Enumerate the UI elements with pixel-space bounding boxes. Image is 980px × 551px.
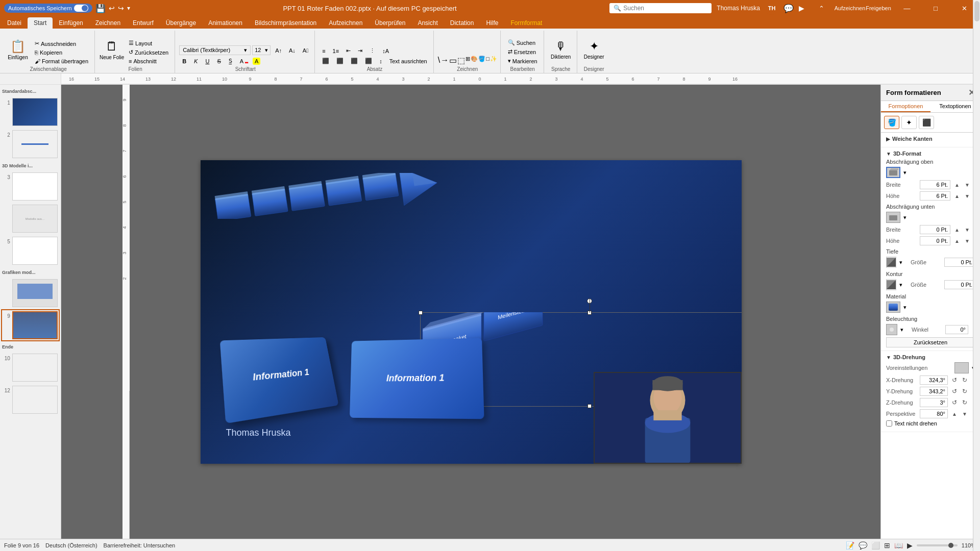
z-rotate-icon[interactable]: ↻ [961, 398, 968, 407]
layout-btn[interactable]: ☰ Layout [126, 39, 172, 47]
tiefe-größe-input[interactable] [944, 258, 975, 267]
perspektive-up[interactable]: ▲ [951, 411, 958, 417]
tab-bildschirm[interactable]: Bildschirmpräsentation [249, 17, 323, 29]
tab-hilfe[interactable]: Hilfe [480, 17, 504, 29]
view-present-icon[interactable]: ▶ [907, 541, 913, 549]
tab-datei[interactable]: Datei [1, 17, 28, 29]
align-center-btn[interactable]: ⬛ [333, 57, 347, 65]
linespacing-btn[interactable]: ↕ [376, 57, 385, 65]
shape-arrow[interactable]: → [440, 56, 449, 65]
höhe-input-1[interactable] [920, 191, 950, 201]
material-swatch[interactable] [886, 302, 900, 313]
slide-item-5[interactable]: 5 [2, 236, 59, 266]
formeffekte-btn[interactable]: ✨ [490, 56, 497, 65]
y-drehung-input[interactable] [920, 387, 948, 396]
x-rotate-icon[interactable]: ↻ [961, 376, 968, 384]
ribbon-collapse-btn[interactable]: ⌃ [810, 0, 833, 16]
font-color-btn[interactable]: A▂ [237, 57, 251, 65]
text-direction-btn[interactable]: ↕A [379, 46, 392, 55]
tab-ansicht[interactable]: Ansicht [411, 17, 444, 29]
list-btn[interactable]: ≡ [319, 46, 328, 55]
abschraegung-oben-dropdown[interactable]: ▾ [903, 169, 906, 176]
undo-icon[interactable]: ↩ [109, 4, 115, 12]
view-normal-icon[interactable]: ⬜ [871, 541, 880, 549]
x-drehung-input[interactable] [920, 375, 948, 385]
view-reading-icon[interactable]: 📖 [894, 541, 903, 549]
strikethrough-btn[interactable]: S [214, 57, 224, 65]
redo-icon[interactable]: ↪ [118, 4, 124, 12]
markieren-btn[interactable]: ▾ Markieren [505, 57, 541, 65]
ausschneiden-btn[interactable]: ✂ Ausschneiden [32, 39, 91, 48]
panel-icon-effects[interactable]: ✦ [901, 116, 917, 129]
shape-more[interactable]: ⬚ [457, 56, 465, 65]
shadow-btn[interactable]: S̲ [226, 57, 235, 65]
format-btn[interactable]: 🖌 Format übertragen [32, 57, 91, 65]
voreinstellungen-swatch[interactable] [954, 362, 969, 373]
tab-uebergaenge[interactable]: Übergänge [160, 17, 202, 29]
tab-entwurf[interactable]: Entwurf [127, 17, 160, 29]
kontur-größe-input[interactable] [944, 280, 975, 289]
aufzeichnen-btn[interactable]: Aufzeichnen [838, 0, 862, 16]
font-size-select[interactable]: 12▾ [252, 45, 271, 55]
underline-btn[interactable]: U [202, 57, 212, 65]
shape-rect[interactable]: ▭ [449, 56, 457, 65]
slide-item-4[interactable]: Modelle aus... [2, 204, 59, 234]
panel-icon-3d[interactable]: ⬛ [919, 116, 934, 129]
text-ausrichten-btn[interactable]: Text ausrichten [386, 57, 430, 65]
tab-einfuegen[interactable]: Einfügen [53, 17, 89, 29]
z-reset-icon[interactable]: ↺ [951, 398, 958, 407]
highlight-btn[interactable]: A [253, 58, 260, 65]
zuruecksetzen-btn[interactable]: Zurücksetzen [886, 337, 975, 347]
abschraegung-unten-swatch[interactable] [886, 212, 900, 223]
abschraegung-unten-dropdown[interactable]: ▾ [903, 214, 906, 221]
höhe-down-1[interactable]: ▼ [964, 193, 971, 199]
slide-item-3[interactable]: 3 [2, 171, 59, 202]
minimize-btn[interactable]: — [895, 0, 919, 16]
panel-icon-fill[interactable]: 🪣 [884, 116, 899, 129]
numlist-btn[interactable]: 1≡ [330, 46, 342, 55]
right-panel-scrollbar[interactable] [973, 85, 980, 539]
ersetzen-btn[interactable]: ⇄ Ersetzen [505, 47, 541, 56]
panel-tab-formoptionen[interactable]: Formoptionen [881, 101, 930, 112]
kopieren-btn[interactable]: ⎘ Kopieren [32, 48, 91, 57]
save-icon[interactable]: 💾 [95, 4, 106, 13]
y-rotate-icon[interactable]: ↻ [961, 387, 968, 395]
search-input[interactable] [623, 5, 705, 12]
quick-access-icon[interactable]: ▾ [127, 5, 130, 12]
font-name-select[interactable]: Calibri (Textkörper)▾ [179, 45, 251, 55]
freigeben-btn[interactable]: Freigeben [867, 0, 890, 16]
slide-item-10[interactable]: 10 [2, 353, 59, 383]
notes-icon[interactable]: 📝 [846, 541, 854, 549]
text-nicht-drehen-checkbox[interactable] [886, 420, 892, 427]
weiche-kanten-header[interactable]: ▶ Weiche Kanten [886, 136, 975, 142]
zoom-slider[interactable] [917, 544, 958, 546]
abschnitt-btn[interactable]: ≡ Abschnitt [126, 57, 172, 65]
zuruecksetzen-btn[interactable]: ↺ Zurücksetzen [126, 48, 172, 57]
diktieren-btn[interactable]: 🎙 Diktieren [548, 34, 574, 65]
einfuegen-btn[interactable]: 📋 Einfügen [5, 34, 31, 65]
designer-btn[interactable]: ✦ Designer [581, 34, 607, 65]
view-slide-icon[interactable]: ⊞ [884, 541, 890, 549]
font-decrease-btn[interactable]: A↓ [286, 46, 299, 55]
höhe-input-2[interactable] [920, 236, 950, 245]
3d-format-header[interactable]: ▼ 3D-Format [886, 151, 975, 157]
beleuchtung-dropdown[interactable]: ▾ [900, 327, 903, 333]
material-dropdown[interactable]: ▾ [903, 304, 906, 311]
autosave-toggle-switch[interactable] [74, 5, 88, 12]
winkel-input[interactable] [945, 325, 968, 334]
tab-aufzeichnen[interactable]: Aufzeichnen [323, 17, 369, 29]
z-drehung-input[interactable] [920, 398, 948, 407]
neue-folie-btn[interactable]: 🗒 Neue Folie [99, 34, 125, 65]
breite-input-2[interactable] [920, 225, 950, 234]
fuelleffekt-btn[interactable]: 🪣 [478, 56, 485, 65]
comments-icon[interactable]: 💬 [783, 4, 794, 13]
tab-formformat[interactable]: Formformat [504, 17, 548, 29]
tiefe-color-swatch[interactable] [886, 257, 896, 268]
indent-less-btn[interactable]: ⇤ [343, 46, 354, 55]
present-icon[interactable]: ▶ [799, 4, 804, 12]
3d-drehung-header[interactable]: ▼ 3D-Drehung [886, 354, 975, 360]
breite-down-1[interactable]: ▼ [964, 182, 971, 188]
slide-canvas[interactable]: Arbeitspaket 1 Meilenstein [201, 160, 742, 464]
höhe-up-1[interactable]: ▲ [953, 193, 961, 199]
breite-down-2[interactable]: ▼ [964, 227, 971, 233]
